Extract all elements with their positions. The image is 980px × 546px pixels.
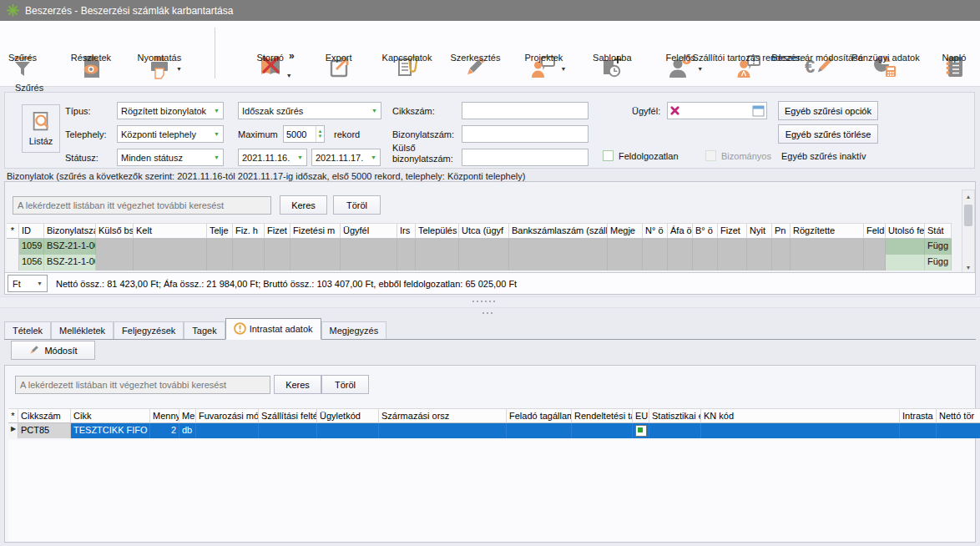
cell-b[interactable]: [693, 239, 718, 255]
ugyfel-picker[interactable]: [667, 102, 767, 119]
cell-sz-rmaz-si-orsz[interactable]: [379, 423, 507, 438]
toolbar-button-p-nz-gyi-adatok[interactable]: Pénzügyi adatok: [871, 53, 900, 81]
cell-fizet[interactable]: [265, 239, 290, 255]
cell-r-gz-tette[interactable]: [791, 239, 864, 255]
chevron-down-icon[interactable]: ▼: [176, 66, 182, 72]
column-header-cikk[interactable]: Cikk: [71, 408, 150, 423]
maximum-input[interactable]: [284, 126, 316, 142]
cell-kn-k-d[interactable]: [701, 423, 900, 438]
column-header-megje[interactable]: Megje: [608, 223, 643, 239]
toolbar-button-szerkeszt-s[interactable]: Szerkesztés: [461, 53, 489, 81]
column-header-fa[interactable]: Áfa ö: [668, 223, 693, 239]
column-header-fizet[interactable]: Fizet: [265, 223, 290, 239]
cell-irs[interactable]: [397, 255, 416, 270]
column-header-telep-l-s[interactable]: Település: [416, 223, 459, 239]
cell-[interactable]: [7, 239, 19, 255]
cell-telep-l-s[interactable]: [416, 255, 459, 270]
details-search-input[interactable]: [15, 376, 270, 394]
cell-n[interactable]: [643, 239, 668, 255]
idoszak-select[interactable]: Időszak szűrés▼: [238, 102, 381, 119]
cell-telje[interactable]: [207, 239, 233, 255]
cell-n[interactable]: [643, 255, 668, 270]
toolbar-button-sz-r-s[interactable]: Szűrés: [8, 53, 37, 81]
spin-down-icon[interactable]: ▼: [318, 134, 323, 139]
column-header-gyletk-d[interactable]: Ügyletkód: [317, 408, 379, 423]
date-from-select[interactable]: 2021.11.16.▼: [238, 149, 307, 166]
tipus-select[interactable]: Rögzített bizonylatok▼: [117, 102, 224, 119]
cell-utols-felj[interactable]: [886, 255, 925, 270]
column-header-k-ls-bsza[interactable]: Külső bsza: [96, 223, 134, 239]
column-header-st-t[interactable]: Stát: [925, 223, 952, 239]
cell-utca-gyf[interactable]: [459, 255, 509, 270]
cell-irs[interactable]: [397, 239, 416, 255]
toolbar-button-storn[interactable]: Stornó▼»: [256, 53, 285, 81]
cell-kelt[interactable]: [134, 255, 207, 270]
column-header-feldo[interactable]: Feldo: [864, 223, 886, 239]
cell-id[interactable]: 1056: [19, 255, 44, 270]
chevron-down-icon[interactable]: ▼: [560, 66, 566, 72]
column-header-indicator[interactable]: *: [7, 223, 19, 239]
cell-r-gz-tette[interactable]: [791, 255, 864, 270]
tab-megjegyz-s[interactable]: Megjegyzés: [321, 321, 387, 339]
column-header-kelt[interactable]: Kelt: [134, 223, 207, 239]
column-header-nyit[interactable]: Nyit: [747, 223, 772, 239]
feldolgozatlan-checkbox[interactable]: [603, 150, 614, 161]
cell-nyit[interactable]: [747, 255, 772, 270]
table-row-selected[interactable]: ▶PCT85TESZTCIKK FIFO2db: [8, 423, 980, 438]
scroll-up-icon[interactable]: ▲: [962, 190, 974, 202]
column-header-statisztikai[interactable]: Statisztikai é: [649, 408, 701, 423]
cell-statisztikai[interactable]: [649, 423, 701, 438]
cell-fizet-si-m[interactable]: [290, 255, 341, 270]
chevron-down-icon[interactable]: ▼: [286, 73, 292, 78]
cell-fa[interactable]: [668, 239, 693, 255]
toolbar-button-nyomtat-s[interactable]: Nyomtatás▼: [145, 53, 174, 81]
cell-banksz-mlasz-m-sz-ll-t[interactable]: [509, 239, 608, 255]
tab-mell-kletek[interactable]: Mellékletek: [51, 321, 114, 339]
cell-fizet[interactable]: [265, 255, 290, 270]
cell-sz-ll-t-si-felt-te[interactable]: [259, 423, 317, 438]
cell-fuvaroz-si-m-d[interactable]: [196, 423, 259, 438]
cell-felad-tag-llam[interactable]: [507, 423, 572, 438]
toolbar-overflow-marker[interactable]: »: [289, 50, 295, 62]
cikkszam-input[interactable]: [462, 102, 589, 119]
column-header-utca-gyf[interactable]: Utca (ügyf: [459, 223, 509, 239]
toolbar-button-kapcsolatok[interactable]: Kapcsolatok: [393, 53, 422, 81]
cell-bizonylatsz-m[interactable]: BSZ-21-1-000: [44, 255, 96, 270]
cell-[interactable]: ▶: [8, 423, 18, 438]
cell-kelt[interactable]: [134, 239, 207, 255]
documents-search-input[interactable]: [13, 196, 271, 215]
toolbar-button-sz-ll-t-i-tartoz-s-rendez-se[interactable]: Szállítói tartozás rendezése: [735, 53, 763, 81]
details-torol-button[interactable]: Töröl: [321, 375, 369, 394]
cell-fa[interactable]: [668, 255, 693, 270]
lookup-icon[interactable]: [752, 105, 765, 117]
column-header-indicator[interactable]: *: [8, 408, 18, 423]
cell-gyletk-d[interactable]: [317, 423, 379, 438]
cell-utols-felj[interactable]: [886, 239, 925, 255]
maximum-spinner[interactable]: ▲▼: [283, 125, 325, 143]
details-keres-button[interactable]: Keres: [274, 375, 321, 394]
column-header-id[interactable]: ID: [19, 223, 44, 239]
clear-x-icon[interactable]: [669, 105, 680, 116]
cell-megje[interactable]: [608, 239, 643, 255]
cell-nett-t-r[interactable]: [937, 423, 980, 438]
bizonylatszam-input[interactable]: [462, 125, 589, 143]
toolbar-button-r-szletek[interactable]: Részletek: [77, 53, 105, 81]
splitter[interactable]: [0, 296, 980, 308]
cell-megje[interactable]: [608, 255, 643, 270]
column-header-banksz-mlasz-m-sz-ll-t[interactable]: Bankszámlaszám (szállító): [509, 223, 608, 239]
chevron-down-icon[interactable]: ▼: [697, 66, 703, 72]
column-header-fuvaroz-si-m-d[interactable]: Fuvarozási mód: [196, 408, 259, 423]
column-header-mennyi[interactable]: Mennyi: [150, 408, 179, 423]
toolbar-button-felel-s[interactable]: Felelős▼: [666, 53, 695, 81]
cell-telje[interactable]: [207, 255, 233, 270]
column-header-sz-rmaz-si-orsz[interactable]: Származási orsz: [379, 408, 507, 423]
column-header-intrasta[interactable]: Intrasta: [900, 408, 937, 423]
toolbar-button-sablonba[interactable]: Sablonba: [598, 53, 626, 81]
documents-scrollbar[interactable]: ▲ ▼: [962, 190, 975, 274]
cell-k-ls-bsza[interactable]: [96, 239, 134, 255]
column-header-fizet-si-m[interactable]: Fizetési m: [290, 223, 341, 239]
tab-feljegyz-sek[interactable]: Feljegyzések: [114, 321, 184, 339]
currency-select[interactable]: Ft ▼: [8, 275, 48, 292]
cell-fizet-si-m[interactable]: [290, 239, 341, 255]
cell-bizonylatsz-m[interactable]: BSZ-21-1-000: [44, 239, 96, 255]
